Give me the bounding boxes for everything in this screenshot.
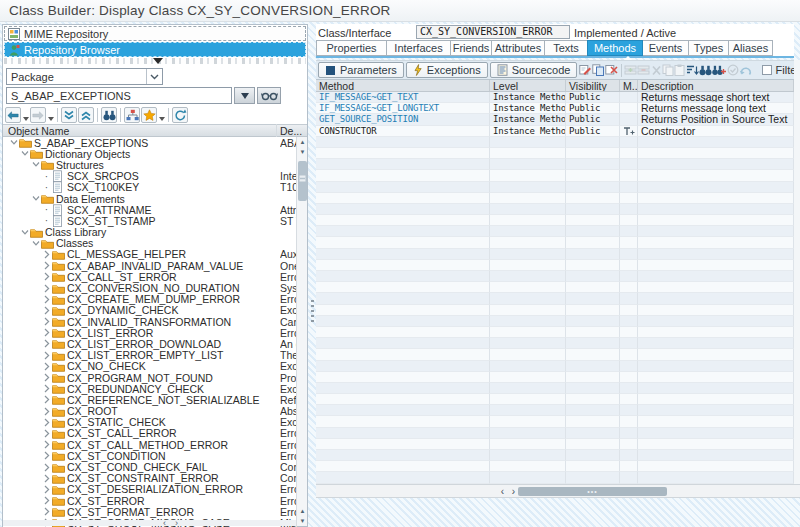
tree-item-scx_attrname[interactable]: ·SCX_ATTRNAMEAttribut (3, 204, 297, 215)
chevron-collapsed-icon[interactable] (41, 418, 52, 427)
panel-resize-handle[interactable] (153, 58, 163, 64)
chevron-collapsed-icon[interactable] (41, 339, 52, 348)
tree-item-cx_invalid_transformation[interactable]: CX_INVALID_TRANSFORMATIONCannot (3, 316, 297, 327)
tree-item-cx_call_st_error[interactable]: CX_CALL_ST_ERRORError D (3, 271, 297, 282)
tree-item-data elements[interactable]: Data Elements (3, 193, 297, 204)
chevron-collapsed-icon[interactable] (41, 362, 52, 371)
back-arrow-button[interactable] (5, 107, 21, 123)
dropdown-arrow-icon[interactable] (47, 107, 54, 123)
expand-all-button[interactable] (78, 107, 94, 123)
column-visibility[interactable]: Visibility (566, 80, 620, 91)
tree-item-cx_abap_invalid_param_value[interactable]: CX_ABAP_INVALID_PARAM_VALUEOne pa (3, 260, 297, 271)
browse-scope-dropdown[interactable]: Package (6, 68, 163, 85)
collapse-all-button[interactable] (61, 107, 77, 123)
method-name[interactable]: IF_MESSAGE~GET_TEXT (316, 92, 490, 103)
method-row-if_message~get_longtext[interactable]: IF_MESSAGE~GET_LONGTEXTInstance MethodPu… (316, 103, 794, 114)
sourcecode-button[interactable]: Sourcecode (490, 62, 578, 78)
column-m[interactable]: M.. (620, 80, 638, 91)
tab-interfaces[interactable]: Interfaces (386, 40, 451, 56)
scroll-left-icon[interactable]: ‹ (163, 520, 166, 526)
favorites-star-button[interactable] (141, 107, 157, 123)
tree-item-class library[interactable]: Class Library (3, 227, 297, 238)
method-name[interactable]: IF_MESSAGE~GET_LONGTEXT (316, 103, 490, 114)
chevron-collapsed-icon[interactable] (41, 306, 52, 315)
tree-item-dictionary objects[interactable]: Dictionary Objects (3, 148, 297, 159)
package-name-input[interactable]: S_ABAP_EXCEPTIONS (6, 87, 232, 104)
chevron-collapsed-icon[interactable] (41, 351, 52, 360)
chevron-expanded-icon[interactable] (30, 240, 41, 247)
tab-friends[interactable]: Friends (450, 40, 492, 56)
chevron-collapsed-icon[interactable] (41, 328, 52, 337)
find-icon[interactable] (699, 63, 712, 78)
column-level[interactable]: Level (490, 80, 566, 91)
tree-item-cx_list_error[interactable]: CX_LIST_ERRORError in (3, 327, 297, 338)
chevron-collapsed-icon[interactable] (41, 250, 52, 259)
tab-attributes[interactable]: Attributes (491, 40, 545, 56)
tree-item-cx_st_call_method_error[interactable]: CX_ST_CALL_METHOD_ERRORError in (3, 439, 297, 450)
tree-vertical-scrollbar[interactable]: ▲ ▼ ▲ ▼ (296, 137, 307, 526)
chevron-expanded-icon[interactable] (30, 161, 41, 168)
chevron-collapsed-icon[interactable] (41, 284, 52, 293)
class-interface-field[interactable]: CX_SY_CONVERSION_ERROR (416, 25, 570, 39)
tree-item-cx_st_condition[interactable]: CX_ST_CONDITIONError P (3, 450, 297, 461)
nav-item-repository-browser[interactable]: Repository Browser (4, 42, 306, 57)
hierarchy-button[interactable] (124, 107, 140, 123)
sort-icon[interactable] (686, 63, 699, 78)
tree-item-cx_reference_not_serializable[interactable]: CX_REFERENCE_NOT_SERIALIZABLERefere (3, 394, 297, 405)
dropdown-arrow-icon[interactable] (158, 107, 165, 123)
tree-item-cx_root[interactable]: CX_ROOTAbstra (3, 406, 297, 417)
tab-texts[interactable]: Texts (544, 40, 588, 56)
tree-item-s_abap_exceptions[interactable]: S_ABAP_EXCEPTIONSABAP F (3, 137, 297, 148)
chevron-collapsed-icon[interactable] (41, 474, 52, 483)
tree-item-cx_st_format_error[interactable]: CX_ST_FORMAT_ERRORError P (3, 506, 297, 517)
chevron-collapsed-icon[interactable] (41, 384, 52, 393)
exceptions-button[interactable]: Exceptions (406, 62, 488, 78)
nav-item-mime-repository[interactable]: MIME Repository (4, 26, 306, 41)
parameters-button[interactable]: Parameters (318, 62, 404, 78)
panel-splitter[interactable] (309, 24, 316, 527)
chevron-collapsed-icon[interactable] (41, 507, 52, 516)
tab-aliases[interactable]: Aliases (728, 40, 773, 56)
chevron-collapsed-icon[interactable] (41, 272, 52, 281)
tree-item-cx_redundancy_check[interactable]: CX_REDUNDANCY_CHECKExcept (3, 383, 297, 394)
tree-item-cx_st_constraint_error[interactable]: CX_ST_CONSTRAINT_ERRORConstr (3, 473, 297, 484)
chevron-collapsed-icon[interactable] (41, 407, 52, 416)
scroll-down-icon[interactable]: ▼ (297, 147, 308, 157)
tree-item-structures[interactable]: Structures (3, 159, 297, 170)
tree-item-cx_create_mem_dump_error[interactable]: CX_CREATE_MEM_DUMP_ERRORError w (3, 294, 297, 305)
tree-item-cx_st_deserialization_error[interactable]: CX_ST_DESERIALIZATION_ERRORError S (3, 484, 297, 495)
chevron-collapsed-icon[interactable] (41, 373, 52, 382)
chevron-collapsed-icon[interactable] (41, 261, 52, 270)
chevron-collapsed-icon[interactable] (41, 395, 52, 404)
display-button[interactable] (257, 87, 281, 104)
tree-item-cx_static_check[interactable]: CX_STATIC_CHECKExcept (3, 417, 297, 428)
scrollbar-thumb[interactable] (298, 161, 307, 201)
delete-method-icon[interactable] (605, 63, 618, 78)
tree-item-classes[interactable]: Classes (3, 238, 297, 249)
scroll-down-icon[interactable]: ▼ (297, 516, 308, 526)
chevron-expanded-icon[interactable] (8, 139, 19, 146)
tree-item-cx_program_not_found[interactable]: CX_PROGRAM_NOT_FOUNDProgra (3, 372, 297, 383)
tree-item-scx_st_tstamp[interactable]: ·SCX_ST_TSTAMPST Tim (3, 215, 297, 226)
refresh-button[interactable] (172, 107, 188, 123)
signature-icon[interactable] (579, 63, 592, 78)
find-next-icon[interactable] (712, 63, 726, 78)
tree-item-cx_st_error[interactable]: CX_ST_ERRORError P (3, 495, 297, 506)
chevron-collapsed-icon[interactable] (41, 295, 52, 304)
method-row-if_message~get_text[interactable]: IF_MESSAGE~GET_TEXTInstance MethodPublic… (316, 92, 794, 103)
chevron-collapsed-icon[interactable] (41, 485, 52, 494)
find-button[interactable] (101, 107, 117, 123)
tree-item-cx_conversion_no_duration[interactable]: CX_CONVERSION_NO_DURATIONSystem (3, 282, 297, 293)
scroll-up-icon[interactable]: ▲ (297, 137, 308, 147)
tab-events[interactable]: Events (642, 40, 689, 56)
tab-types[interactable]: Types (688, 40, 729, 56)
chevron-collapsed-icon[interactable] (41, 317, 52, 326)
tree-item-scx_srcpos[interactable]: ·SCX_SRCPOSInterna (3, 171, 297, 182)
scrollbar-thumb[interactable]: ••• (518, 487, 667, 496)
column-method[interactable]: Method (316, 80, 490, 91)
method-row-constructor[interactable]: CONSTRUCTORInstance MethodPublicConstruc… (316, 126, 794, 137)
tree-item-scx_t100key[interactable]: ·SCX_T100KEYT100 K (3, 182, 297, 193)
tree-item-cx_dynamic_check[interactable]: CX_DYNAMIC_CHECKExcept (3, 305, 297, 316)
method-row-get_source_position[interactable]: GET_SOURCE_POSITIONInstance MethodPublic… (316, 114, 794, 125)
dropdown-arrow-icon[interactable] (22, 107, 29, 123)
